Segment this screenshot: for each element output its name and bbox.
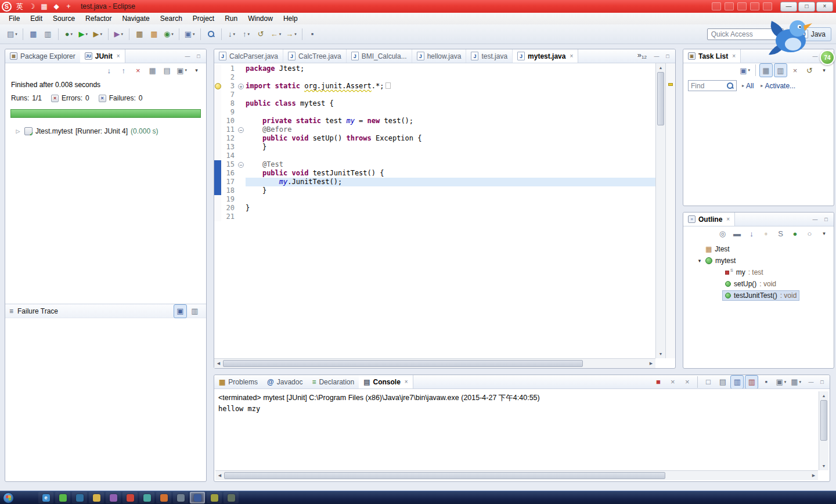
- remove-all-launches-icon[interactable]: ×: [680, 375, 694, 389]
- task-list-link-all[interactable]: ▸All: [742, 82, 754, 90]
- view-menu-icon[interactable]: ▾: [190, 63, 203, 77]
- code-line[interactable]: 16 public void testJunitTest() {: [214, 169, 655, 178]
- code-line[interactable]: 15− @Test: [214, 160, 655, 169]
- taskbar-app-icon[interactable]: [122, 492, 138, 503]
- minimize-view-icon[interactable]: —: [652, 52, 661, 61]
- collapse-fold-icon[interactable]: −: [238, 162, 244, 168]
- taskbar-app-icon[interactable]: [139, 492, 154, 503]
- window-maximize-button[interactable]: □: [798, 2, 815, 12]
- scrollbar-thumb[interactable]: [223, 360, 583, 367]
- previous-annotation-icon[interactable]: ↑▾: [240, 27, 253, 41]
- synchronize-icon[interactable]: ↺: [803, 63, 816, 77]
- taskbar-browser-icon[interactable]: e: [38, 492, 53, 503]
- ime-emoji-icon[interactable]: ◆: [52, 2, 60, 11]
- console-tab-declaration[interactable]: ≡Declaration: [307, 375, 359, 388]
- ime-moon-icon[interactable]: ☽: [28, 2, 36, 11]
- rerun-failed-tests-icon[interactable]: ×: [131, 63, 145, 77]
- console-output-text[interactable]: hellow mzy: [218, 405, 260, 413]
- code-line[interactable]: 13 }: [214, 143, 655, 152]
- taskbar-app-icon[interactable]: [173, 492, 188, 503]
- find-input[interactable]: Find: [688, 80, 737, 91]
- menu-run[interactable]: Run: [219, 13, 243, 24]
- outline-item-my[interactable]: Smy : test: [683, 267, 834, 278]
- console-tab-problems[interactable]: ▦Problems: [214, 375, 262, 388]
- menu-search[interactable]: Search: [155, 13, 188, 24]
- menu-file[interactable]: File: [3, 13, 25, 24]
- open-task-icon[interactable]: ▣▾: [183, 27, 197, 41]
- forward-icon[interactable]: →▾: [284, 27, 298, 41]
- print-icon[interactable]: ▥: [41, 27, 55, 41]
- window-close-button[interactable]: ×: [816, 2, 833, 12]
- show-failures-only-icon[interactable]: ▦: [146, 63, 159, 77]
- menu-window[interactable]: Window: [243, 13, 278, 24]
- scroll-right-arrow-icon[interactable]: ▶: [647, 359, 655, 368]
- code-line[interactable]: 20}: [214, 204, 655, 213]
- close-tab-icon[interactable]: ×: [570, 53, 573, 59]
- pin-editor-icon[interactable]: ▪: [306, 27, 319, 41]
- compare-result-icon[interactable]: ▥: [188, 304, 201, 318]
- code-line[interactable]: 2: [214, 73, 655, 82]
- code-line[interactable]: 11− @Before: [214, 125, 655, 134]
- run-icon[interactable]: ▶▾: [77, 27, 90, 41]
- ime-tool-icon[interactable]: [712, 2, 721, 10]
- assertion-filter-icon[interactable]: ▣: [174, 304, 187, 318]
- floating-notification-badge[interactable]: 74: [820, 50, 835, 65]
- menu-source[interactable]: Source: [48, 13, 80, 24]
- code-line[interactable]: 10 private static test my = new test();: [214, 117, 655, 125]
- categorized-icon[interactable]: ▦: [759, 63, 773, 77]
- minimize-view-icon[interactable]: —: [183, 52, 192, 61]
- maximize-view-icon[interactable]: □: [194, 52, 203, 61]
- maximize-view-icon[interactable]: □: [821, 215, 831, 224]
- overview-ruler[interactable]: [665, 63, 675, 358]
- code-line[interactable]: 21: [214, 213, 655, 221]
- tab-task-list[interactable]: ▣ Task List ×: [683, 49, 741, 63]
- ime-tool-icon[interactable]: [750, 2, 759, 10]
- menu-navigate[interactable]: Navigate: [117, 13, 154, 24]
- taskbar-app-icon[interactable]: [207, 492, 222, 503]
- scrollbar-thumb[interactable]: [820, 400, 827, 441]
- test-run-history-icon[interactable]: ▣▾: [175, 63, 189, 77]
- menu-project[interactable]: Project: [188, 13, 219, 24]
- taskbar-app-icon[interactable]: [72, 492, 87, 503]
- collapse-all-icon[interactable]: ▬: [730, 226, 744, 240]
- back-icon[interactable]: ←▾: [269, 27, 283, 41]
- new-class-icon[interactable]: ◉▾: [162, 27, 175, 41]
- delete-task-icon[interactable]: ×: [788, 63, 802, 77]
- show-next-failure-icon[interactable]: ↓: [102, 63, 116, 77]
- scroll-lock-icon[interactable]: ▤: [160, 63, 174, 77]
- debug-icon[interactable]: ●▾: [62, 27, 75, 41]
- new-java-project-icon[interactable]: ▦: [133, 27, 146, 41]
- show-stdout-when-changed-icon[interactable]: ▥: [730, 375, 744, 389]
- scroll-right-arrow-icon[interactable]: ▶: [809, 471, 818, 480]
- scroll-left-arrow-icon[interactable]: ◀: [214, 359, 223, 368]
- view-menu-icon[interactable]: ▾: [817, 63, 831, 77]
- task-list-link-activate[interactable]: ▸Activate...: [761, 82, 795, 90]
- ime-language-english-icon[interactable]: 英: [16, 2, 24, 11]
- editor-tab-test-java[interactable]: test.java: [466, 49, 513, 63]
- console-tab-javadoc[interactable]: @Javadoc: [262, 375, 307, 388]
- scrollbar-thumb[interactable]: [224, 472, 665, 479]
- code-line[interactable]: 9: [214, 108, 655, 117]
- hide-local-types-icon[interactable]: ○: [803, 226, 816, 240]
- editor-tab-bmi-calcula[interactable]: BMI_Calcula...: [347, 49, 412, 63]
- outline-item-setup[interactable]: setUp() : void: [683, 278, 834, 290]
- close-view-icon[interactable]: ×: [732, 53, 736, 59]
- maximize-view-icon[interactable]: □: [663, 52, 672, 61]
- editor-vertical-scrollbar[interactable]: ▲ ▼: [655, 63, 665, 358]
- last-edit-location-icon[interactable]: ↺: [254, 27, 268, 41]
- code-line[interactable]: 18 }: [214, 186, 655, 195]
- hide-static-members-icon[interactable]: S: [774, 226, 787, 240]
- maximize-view-icon[interactable]: □: [817, 377, 827, 387]
- editor-tab-calctree-java[interactable]: CalcTree.java: [283, 49, 347, 63]
- ime-tool-icon[interactable]: [737, 2, 747, 10]
- menu-refactor[interactable]: Refactor: [80, 13, 117, 24]
- close-view-icon[interactable]: ×: [726, 216, 730, 222]
- scroll-lock-icon[interactable]: ▤: [716, 375, 729, 389]
- console-horizontal-scrollbar[interactable]: ◀ ▶: [215, 470, 818, 480]
- hide-fields-icon[interactable]: ▫: [759, 226, 773, 240]
- taskbar-folder-icon[interactable]: [89, 492, 104, 503]
- code-line[interactable]: 3+import static org.junit.Assert.*;: [214, 82, 655, 91]
- display-selected-console-icon[interactable]: ▣▾: [774, 375, 788, 389]
- outline-item-jtest[interactable]: ▦Jtest: [683, 243, 834, 255]
- ime-keyboard-icon[interactable]: ▦: [40, 2, 48, 11]
